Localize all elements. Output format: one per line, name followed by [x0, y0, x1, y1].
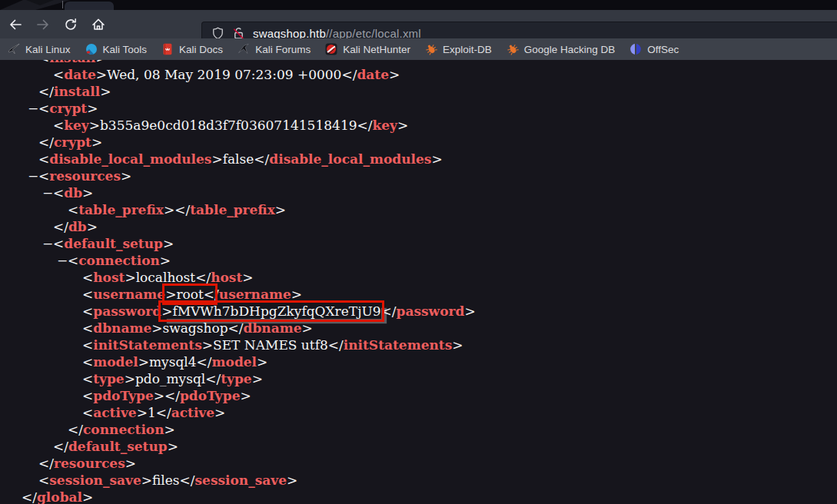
xml-punctuation: > [96, 67, 107, 82]
xml-punctuation: > [137, 405, 148, 420]
home-button[interactable] [86, 13, 111, 36]
xml-punctuation: </ [156, 405, 171, 420]
xml-punctuation: > [242, 270, 253, 285]
reload-button[interactable] [58, 13, 83, 36]
xml-line: <pdoType></pdoType> [0, 387, 837, 404]
xml-punctuation: > [100, 84, 111, 99]
xml-tag-name: username [219, 287, 291, 302]
collapse-toggle[interactable]: − [28, 100, 38, 117]
collapse-toggle[interactable]: − [57, 252, 68, 269]
xml-punctuation: > [141, 472, 152, 488]
xml-line: </global> [0, 489, 837, 504]
xml-punctuation: </ [38, 84, 54, 99]
kali-docs-icon [161, 43, 174, 55]
xml-text-value: mysql4 [149, 354, 197, 370]
xml-punctuation: </ [164, 388, 180, 403]
bookmark-item-kali-nethunter[interactable]: Kali NetHunter [325, 43, 410, 55]
xml-tag-name: date [357, 67, 389, 82]
xml-line: <username>root</username> [0, 286, 837, 303]
xml-tag-name: session_save [195, 472, 287, 488]
xml-text-value: SET NAMES utf8 [213, 337, 328, 353]
xml-tag-name: initStatements [93, 337, 202, 353]
xml-tag-name: db [68, 219, 87, 234]
xml-line: −<connection> [0, 252, 837, 269]
forward-button[interactable] [31, 13, 55, 36]
xml-punctuation: > [121, 168, 131, 184]
xml-punctuation: > [91, 134, 102, 150]
navigation-toolbar: swagshop.htb//app/etc/local.xml [0, 10, 837, 38]
kali-tools-icon [85, 43, 98, 55]
xml-tag-name: username [93, 287, 165, 302]
xml-punctuation: </ [254, 151, 269, 167]
back-button[interactable] [3, 13, 28, 36]
xml-tag-name: connection [78, 253, 160, 268]
xml-punctuation: < [82, 320, 93, 336]
username-annotation: >root< [165, 287, 214, 302]
xml-line: <date>Wed, 08 May 2019 07:23:09 +0000</d… [0, 66, 837, 83]
xml-line: <initStatements>SET NAMES utf8</initStat… [0, 337, 837, 353]
bookmark-item-google-hacking-db[interactable]: Google Hacking DB [507, 43, 616, 55]
url-domain: swagshop.htb [253, 27, 326, 40]
bookmark-item-kali-docs[interactable]: Kali Docs [161, 43, 223, 55]
xml-text-value: 1 [148, 405, 156, 420]
xml-tag-name: key [64, 118, 88, 133]
xml-line: −<default_setup> [0, 235, 837, 252]
xml-line: <disable_local_modules>false</disable_lo… [0, 151, 837, 167]
xml-tag-name: date [64, 67, 96, 82]
xml-tag-name: dbname [93, 320, 151, 336]
xml-punctuation: > [464, 303, 475, 319]
xml-line: <model>mysql4</model> [0, 353, 837, 370]
xml-punctuation: > [275, 202, 286, 217]
xml-punctuation: > [125, 456, 136, 471]
xml-punctuation: > [257, 354, 267, 370]
bookmark-label: Kali Docs [179, 44, 223, 55]
xml-punctuation: > [82, 185, 93, 201]
xml-tag-name: pdoType [180, 388, 240, 403]
xml-punctuation: < [82, 303, 93, 319]
bookmark-item-kali-forums[interactable]: Kali Forums [237, 43, 311, 55]
xml-punctuation: < [53, 118, 64, 133]
xml-punctuation: </ [174, 202, 190, 217]
bookmark-label: Google Hacking DB [524, 44, 616, 55]
xml-punctuation: < [53, 67, 64, 82]
xml-punctuation: </ [38, 456, 54, 471]
xml-tag-name: session_save [49, 472, 141, 488]
xml-tag-name: global [37, 489, 82, 504]
xml-punctuation: </ [38, 134, 54, 150]
xml-tag-name: key [373, 118, 397, 133]
xml-tag-name: initStatements [344, 337, 453, 353]
reload-icon [64, 18, 78, 32]
xml-tag-name: resources [49, 168, 121, 184]
xml-tag-name: host [211, 270, 242, 285]
xml-punctuation: > [287, 472, 297, 488]
xml-tag-name: type [221, 371, 251, 386]
xml-punctuation: < [53, 185, 64, 201]
browser-tab[interactable] [65, 2, 114, 10]
bookmark-item-exploit-db[interactable]: Exploit-DB [425, 43, 492, 55]
collapse-toggle[interactable]: − [42, 184, 53, 201]
bookmark-label: Kali Linux [25, 44, 71, 55]
xml-punctuation: > [202, 337, 213, 353]
xml-punctuation: < [82, 337, 93, 353]
xml-text-value: root [176, 287, 203, 302]
bookmark-item-kali-tools[interactable]: Kali Tools [85, 43, 148, 55]
xml-text-value: Wed, 08 May 2019 07:23:09 +0000 [107, 67, 341, 82]
xml-punctuation: > [389, 67, 400, 82]
xml-line: </crypt> [0, 134, 837, 151]
collapse-toggle[interactable]: − [28, 167, 38, 184]
xml-line: <table_prefix></table_prefix> [0, 201, 837, 218]
collapse-toggle[interactable]: − [42, 235, 53, 252]
insecure-broken-lock-icon[interactable] [232, 27, 245, 40]
xml-punctuation: < [38, 101, 49, 116]
xml-punctuation: > [252, 371, 263, 386]
tracking-protection-shield-icon[interactable] [211, 27, 224, 40]
bookmark-item-kali-linux[interactable]: Kali Linux [8, 43, 71, 55]
xml-line: <active>1</active> [0, 404, 837, 421]
bookmark-item-offsec[interactable]: OffSec [629, 43, 679, 55]
xml-punctuation: > [240, 388, 251, 403]
xml-punctuation: </ [381, 303, 397, 319]
offsec-icon [629, 43, 642, 55]
xml-text-value: fMVWh7bDHpgZkyfqQXreTjU9 [172, 303, 380, 319]
xml-punctuation: > [452, 337, 463, 353]
collapse-toggle[interactable]: − [28, 60, 38, 66]
